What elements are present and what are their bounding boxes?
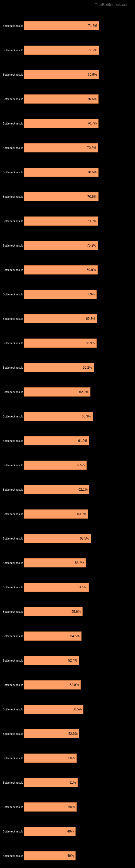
bar-spacer: [3, 423, 130, 436]
bar: 70.3%: [24, 143, 98, 152]
bar-spacer: [3, 8, 130, 21]
bar-spacer: [3, 789, 130, 802]
bar-group: Bottleneck result71.2%: [3, 32, 130, 55]
chart-container: Bottleneck result71.3%Bottleneck result7…: [0, 8, 135, 868]
bar-spacer: [3, 276, 130, 289]
bar-group: Bottleneck result70.9%: [3, 57, 130, 80]
bar-group: Bottleneck result52.6%: [3, 716, 130, 739]
bar-wrapper: 51%: [24, 778, 130, 787]
bar: 55.6%: [24, 607, 83, 616]
bar: 52.6%: [24, 729, 79, 738]
bar-wrapper: 66.2%: [24, 363, 130, 372]
bar-wrapper: 70.3%: [24, 216, 130, 226]
bar: 51%: [24, 778, 78, 787]
bar: 70.9%: [24, 70, 99, 79]
bar-spacer: [3, 252, 130, 265]
bar-label: Bottleneck result: [3, 806, 24, 809]
bar-value: 70.9%: [88, 73, 97, 76]
bar: 50%: [24, 802, 77, 812]
bar-value: 70.6%: [87, 195, 97, 198]
bar-wrapper: 69.3%: [24, 314, 130, 323]
bar-row: Bottleneck result70.3%: [3, 216, 130, 226]
bar-spacer: [3, 716, 130, 729]
bar-group: Bottleneck result61.9%: [3, 423, 130, 446]
bar-wrapper: 58.8%: [24, 558, 130, 567]
bar-wrapper: 63.5%: [24, 534, 130, 543]
bar-label: Bottleneck result: [3, 366, 24, 369]
bar-group: Bottleneck result70.2%: [3, 227, 130, 250]
bar-group: Bottleneck result61.5%: [3, 569, 130, 592]
bar-label: Bottleneck result: [3, 147, 24, 150]
bar-group: Bottleneck result50%: [3, 740, 130, 763]
bar-row: Bottleneck result59.5%: [3, 460, 130, 470]
bar-label: Bottleneck result: [3, 610, 24, 613]
bar-group: Bottleneck result70.3%: [3, 130, 130, 153]
bar-value: 50%: [68, 756, 75, 760]
bar: 68.9%: [24, 339, 97, 348]
bar-row: Bottleneck result55.6%: [3, 607, 130, 617]
bar-spacer: [3, 594, 130, 607]
bar-row: Bottleneck result63.5%: [3, 533, 130, 543]
bar-row: Bottleneck result49%: [3, 851, 130, 861]
bar-value: 52.4%: [68, 659, 77, 662]
bar-label: Bottleneck result: [3, 439, 24, 442]
bar: 63.5%: [24, 534, 91, 543]
bar-spacer: [3, 203, 130, 216]
bar-spacer: [3, 105, 130, 119]
bar-row: Bottleneck result61.9%: [3, 436, 130, 446]
bar-value: 70.7%: [87, 122, 97, 125]
bar-group: Bottleneck result60.9%: [3, 496, 130, 519]
bar-spacer: [3, 813, 130, 827]
bar-row: Bottleneck result70.2%: [3, 241, 130, 250]
bar-label: Bottleneck result: [3, 488, 24, 491]
bar-spacer: [3, 32, 130, 45]
bar-wrapper: 70.6%: [24, 94, 130, 104]
bar-wrapper: 70.9%: [24, 70, 130, 79]
bar-wrapper: 53.8%: [24, 680, 130, 689]
bar: 49%: [24, 827, 76, 836]
bar-label: Bottleneck result: [3, 513, 24, 516]
bar-spacer: [3, 130, 130, 143]
bar-label: Bottleneck result: [3, 195, 24, 198]
bar-row: Bottleneck result71.2%: [3, 45, 130, 55]
bar-wrapper: 69%: [24, 290, 130, 299]
bar-row: Bottleneck result69%: [3, 289, 130, 299]
bar-row: Bottleneck result70.6%: [3, 167, 130, 177]
bar-row: Bottleneck result70.9%: [3, 70, 130, 80]
bar-label: Bottleneck result: [3, 317, 24, 320]
bar-value: 70.3%: [87, 219, 96, 223]
bar-spacer: [3, 325, 130, 338]
bar-spacer: [3, 447, 130, 460]
bar-label: Bottleneck result: [3, 635, 24, 638]
bar-group: Bottleneck result54.5%: [3, 618, 130, 641]
bar-row: Bottleneck result52.4%: [3, 656, 130, 665]
bar-group: Bottleneck result50%: [3, 789, 130, 812]
bar-spacer: [3, 765, 130, 778]
bar-label: Bottleneck result: [3, 391, 24, 394]
bar-wrapper: 55.6%: [24, 607, 130, 616]
bar-value: 70.6%: [87, 97, 97, 101]
bar-row: Bottleneck result70.7%: [3, 119, 130, 128]
bar: 56.5%: [24, 705, 83, 714]
bar-value: 66.2%: [83, 366, 92, 369]
bar-label: Bottleneck result: [3, 537, 24, 540]
bar-value: 71.2%: [88, 48, 97, 52]
bar: 61.5%: [24, 583, 89, 592]
bar-wrapper: 70.6%: [24, 167, 130, 177]
bar-row: Bottleneck result58.8%: [3, 558, 130, 568]
bar-value: 53.8%: [70, 683, 79, 687]
bar-spacer: [3, 154, 130, 167]
bar-group: Bottleneck result65.3%: [3, 399, 130, 421]
bar-spacer: [3, 374, 130, 387]
bar-label: Bottleneck result: [3, 415, 24, 418]
bar-wrapper: 49%: [24, 851, 130, 860]
bar-row: Bottleneck result53.8%: [3, 680, 130, 690]
bar: 62.1%: [24, 485, 89, 494]
bar-label: Bottleneck result: [3, 561, 24, 564]
bar: 60.9%: [24, 509, 88, 519]
bar-spacer: [3, 545, 130, 558]
bar-group: Bottleneck result70.6%: [3, 179, 130, 202]
bar-value: 69.3%: [86, 317, 95, 321]
bar-wrapper: 54.5%: [24, 631, 130, 641]
bar-label: Bottleneck result: [3, 855, 24, 858]
